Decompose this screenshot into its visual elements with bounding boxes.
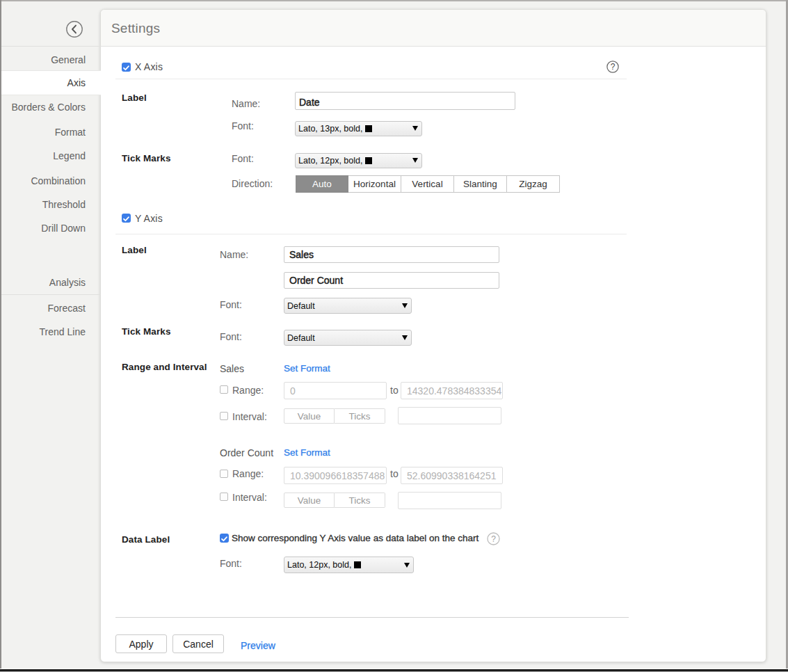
svg-text:?: ? xyxy=(491,534,496,544)
svg-text:?: ? xyxy=(611,62,616,72)
